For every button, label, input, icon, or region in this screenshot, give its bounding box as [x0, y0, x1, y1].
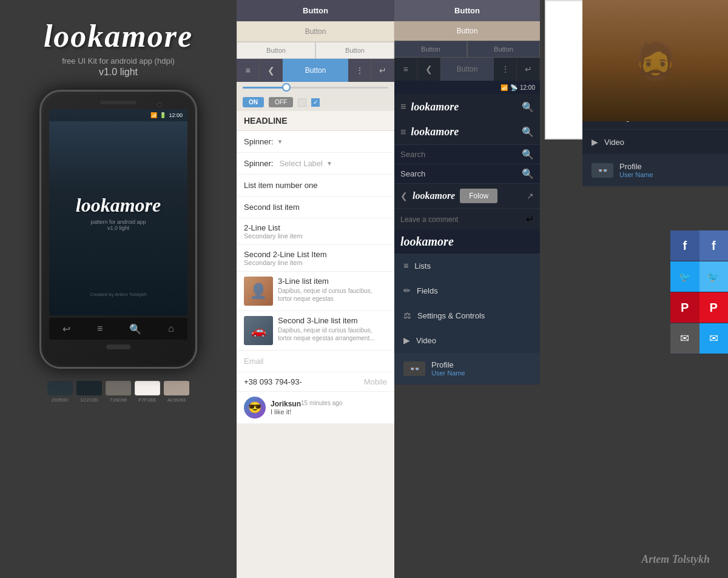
slider-thumb[interactable]: [282, 83, 291, 92]
button-light-primary[interactable]: Button: [237, 21, 394, 42]
search-input-2[interactable]: [400, 169, 522, 178]
swatch-2: 1C272D: [76, 381, 102, 403]
profile-username-dark: User Name: [619, 171, 653, 178]
left-panel: lookamore free UI Kit for android app (h…: [0, 0, 237, 578]
three-line-primary-1: 3-Line list item: [278, 277, 387, 286]
toolbar-back-icon[interactable]: ❮: [260, 59, 283, 82]
search-icon-2[interactable]: 🔍: [522, 168, 534, 180]
dark-button-primary[interactable]: Button: [394, 0, 540, 21]
toolbar-more-icon[interactable]: ⋮: [348, 59, 371, 82]
mail-pair: ✉ ✉: [670, 323, 728, 354]
profile-title-dark: Profile: [619, 162, 653, 171]
spinner-1[interactable]: Spinner: ▼: [237, 131, 394, 153]
screen-status-bar: 📶 🔋 12:00: [49, 109, 187, 121]
two-line-item-2[interactable]: Second 2-Line List Item Secondary line i…: [237, 245, 394, 272]
menu-item-video-dark[interactable]: ▶ Video: [582, 130, 728, 155]
video-label-light: Video: [416, 336, 436, 345]
button-outline-1[interactable]: Button: [237, 42, 315, 59]
menu-item-profile-light[interactable]: 👓 Profile User Name: [394, 353, 540, 385]
mail-button-1[interactable]: ✉: [670, 323, 699, 354]
facebook-button-2[interactable]: f: [699, 230, 729, 261]
spinner-2-value: Select Label: [279, 159, 323, 168]
menu-item-lists-light[interactable]: ≡ Lists: [394, 254, 540, 278]
pinterest-pair: P P: [670, 292, 728, 323]
swatch-box-2: [76, 381, 102, 395]
dark-button-outline-2[interactable]: Button: [467, 41, 540, 58]
video-label-dark: Video: [604, 138, 624, 147]
twitter-button-1[interactable]: 🐦: [670, 261, 699, 292]
checkbox-unchecked[interactable]: [298, 98, 306, 107]
follow-button[interactable]: Folow: [460, 189, 497, 203]
three-line-thumb-1: 👤: [244, 277, 273, 306]
nav-menu-icon[interactable]: ≡: [400, 101, 406, 112]
dark-button-tan[interactable]: Button: [394, 21, 540, 41]
two-line-item-1[interactable]: 2-Line List Secondary line item: [237, 218, 394, 245]
home-nav-icon: ⌂: [168, 323, 174, 334]
list-item-2[interactable]: Second list item: [237, 197, 394, 218]
settings-icon-light: ⚖: [403, 311, 411, 320]
list-item-1[interactable]: List item number one: [237, 175, 394, 197]
toolbar-button[interactable]: Button: [283, 59, 348, 82]
comment-row: 😎 Joriksun 15 minutes ago I like it!: [237, 392, 394, 424]
three-line-item-1[interactable]: 👤 3-Line list item Dapibus, neque id cur…: [237, 272, 394, 311]
follow-back-icon[interactable]: ❮: [400, 191, 408, 201]
phone-field[interactable]: +38 093 794-93- Mobile: [237, 372, 394, 392]
facebook-button-1[interactable]: f: [670, 230, 699, 261]
button-dark-primary[interactable]: Button: [237, 0, 394, 21]
mail-button-2[interactable]: ✉: [699, 323, 729, 354]
fields-label-light: Fields: [417, 286, 438, 295]
spinner-2[interactable]: Spinner: Select Label ▼: [237, 153, 394, 175]
search-bar-1: 🔍: [394, 145, 540, 164]
nav-search-icon[interactable]: 🔍: [522, 101, 534, 113]
dark-ui-panel: Button Button Button Button ≡ ❮ Button ⋮…: [394, 0, 540, 385]
checkbox-checked[interactable]: ✓: [311, 98, 320, 107]
three-line-item-2[interactable]: 🚗 Second 3-Line list item Dapibus, neque…: [237, 311, 394, 351]
swatch-box-5: [164, 381, 189, 395]
dark-button-outline-1[interactable]: Button: [394, 41, 467, 58]
search-input-1[interactable]: [400, 150, 522, 159]
brand-tagline: free UI Kit for android app (hdpi): [62, 56, 175, 66]
slider-track[interactable]: [243, 87, 388, 89]
comment-input[interactable]: [400, 215, 521, 224]
menu-item-profile-dark[interactable]: 👓 Profile User Name: [582, 155, 728, 186]
phone-home-button: [106, 344, 130, 349]
send-icon[interactable]: ↵: [526, 213, 534, 225]
screen-version: v1.0 light: [107, 225, 129, 231]
dark-nav-search-icon[interactable]: 🔍: [522, 126, 534, 138]
toggle-on[interactable]: ON: [243, 97, 264, 107]
toolbar-menu-icon[interactable]: ≡: [237, 59, 260, 82]
swatch-label-5: AC9D93: [167, 397, 186, 403]
comment-text: I like it!: [271, 408, 342, 415]
menu-nav-icon: ≡: [97, 323, 103, 334]
dark-toolbar-back-icon[interactable]: ❮: [417, 58, 440, 81]
two-line-secondary-1: Secondary line item: [244, 232, 387, 240]
dark-toolbar-menu-icon[interactable]: ≡: [394, 58, 417, 81]
toggle-off[interactable]: OFF: [269, 97, 293, 107]
fields-icon-light: ✏: [403, 286, 411, 295]
dark-toolbar-more-icon[interactable]: ⋮: [494, 58, 517, 81]
dark-nav-logo: ≡ lookamore 🔍: [394, 94, 540, 119]
menu-item-fields-light[interactable]: ✏ Fields: [394, 278, 540, 303]
profile-hero-image: 🧔: [582, 0, 728, 121]
pinterest-button-2[interactable]: P: [699, 292, 729, 323]
menu-item-settings-light[interactable]: ⚖ Settings & Controls: [394, 303, 540, 328]
thumb-car-icon: 🚗: [244, 316, 273, 345]
battery-icon: 🔋: [160, 112, 166, 118]
button-outline-2[interactable]: Button: [315, 42, 394, 59]
twitter-button-2[interactable]: 🐦: [699, 261, 729, 292]
facebook-icon-2: f: [712, 239, 716, 253]
toolbar-return-icon[interactable]: ↵: [371, 59, 394, 82]
dark-search-menu-icon[interactable]: ≡: [400, 127, 406, 138]
author-name: Artem Tolstykh: [641, 553, 710, 565]
dark-toolbar-return-icon[interactable]: ↵: [517, 58, 540, 81]
three-line-content-2: Second 3-Line list item Dapibus, neque i…: [278, 316, 387, 345]
menu-item-video-light[interactable]: ▶ Video: [394, 328, 540, 353]
pinterest-button-1[interactable]: P: [670, 292, 699, 323]
dark-toolbar-button[interactable]: Button: [440, 58, 494, 81]
twitter-icon-1: 🐦: [679, 271, 691, 283]
email-placeholder: Email: [244, 357, 264, 366]
share-icon[interactable]: ↗: [527, 191, 534, 201]
comment-username: Joriksun: [271, 400, 301, 408]
email-field[interactable]: Email: [237, 351, 394, 372]
search-icon-1[interactable]: 🔍: [522, 149, 534, 160]
